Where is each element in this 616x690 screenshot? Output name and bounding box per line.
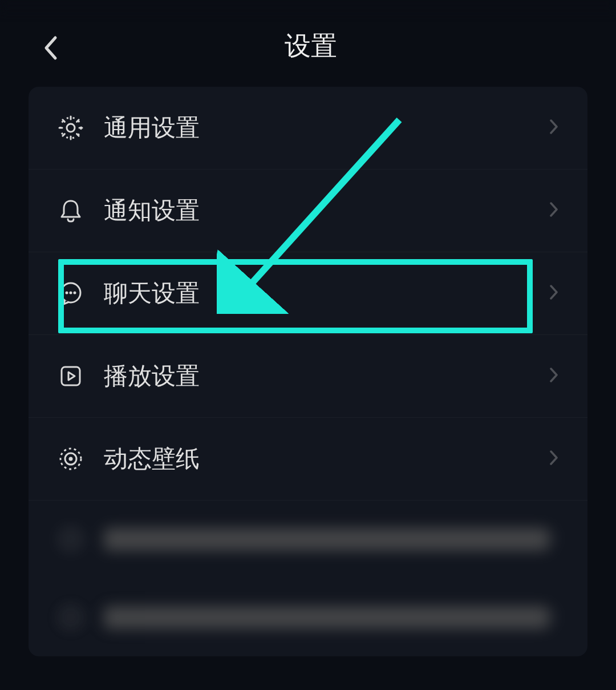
- generic-icon: [57, 604, 84, 631]
- settings-item-label: 通用设置: [104, 112, 549, 144]
- target-icon: [57, 445, 84, 473]
- svg-point-10: [62, 530, 80, 548]
- svg-point-0: [67, 124, 75, 132]
- gear-icon: [57, 114, 84, 142]
- chevron-right-icon: [549, 608, 559, 627]
- header: 设置: [0, 11, 616, 87]
- settings-item-wallpaper[interactable]: 动态壁纸: [29, 418, 587, 501]
- chevron-right-icon: [549, 201, 559, 220]
- settings-item-label: 动态壁纸: [104, 443, 549, 475]
- settings-item-chat[interactable]: 聊天设置: [29, 252, 587, 335]
- settings-item-blurred[interactable]: [29, 501, 587, 579]
- back-button[interactable]: [43, 34, 59, 64]
- chevron-right-icon: [549, 366, 559, 386]
- chat-icon: [57, 280, 84, 307]
- chevron-right-icon: [549, 118, 559, 138]
- settings-item-notifications[interactable]: 通知设置: [29, 170, 587, 252]
- svg-point-3: [66, 292, 68, 294]
- page-title: 设置: [34, 29, 587, 64]
- settings-item-label: 播放设置: [104, 360, 549, 392]
- settings-item-label: [104, 606, 549, 629]
- chevron-left-icon: [43, 34, 59, 62]
- settings-item-playback[interactable]: 播放设置: [29, 335, 587, 418]
- settings-item-general[interactable]: 通用设置: [29, 87, 587, 170]
- settings-item-label: 聊天设置: [104, 277, 549, 309]
- chevron-right-icon: [549, 284, 559, 303]
- svg-point-11: [62, 608, 80, 627]
- settings-item-label: [104, 528, 549, 551]
- svg-point-9: [69, 457, 73, 461]
- svg-point-4: [70, 292, 72, 294]
- settings-list: 通用设置 通知设置 聊天设置: [29, 87, 587, 656]
- status-bar-blur: [0, 0, 616, 11]
- svg-rect-6: [62, 367, 80, 385]
- generic-icon: [57, 526, 84, 553]
- play-icon: [57, 362, 84, 390]
- settings-item-blurred[interactable]: [29, 579, 587, 656]
- settings-item-label: 通知设置: [104, 195, 549, 227]
- bell-icon: [57, 197, 84, 224]
- chevron-right-icon: [549, 449, 559, 469]
- svg-point-5: [74, 292, 76, 294]
- chevron-right-icon: [549, 530, 559, 549]
